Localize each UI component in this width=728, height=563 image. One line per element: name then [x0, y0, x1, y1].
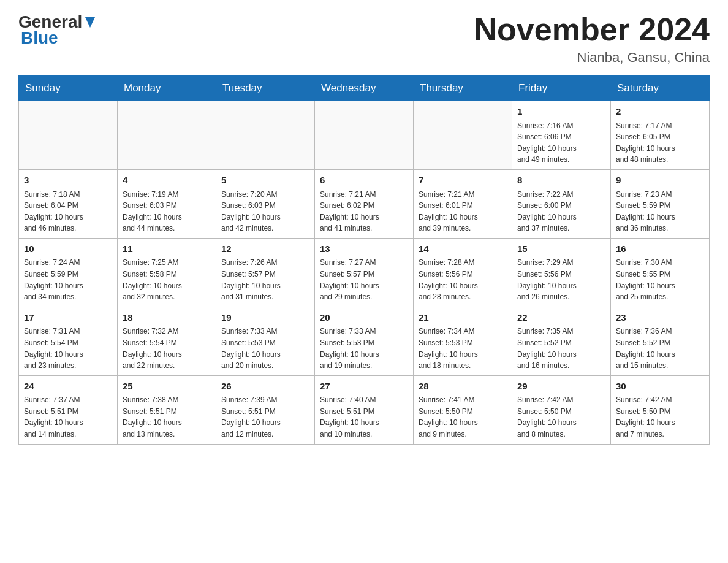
calendar-cell: 27Sunrise: 7:40 AMSunset: 5:51 PMDayligh…: [315, 375, 414, 444]
week-row-4: 24Sunrise: 7:37 AMSunset: 5:51 PMDayligh…: [19, 375, 710, 444]
day-info: Sunrise: 7:24 AMSunset: 5:59 PMDaylight:…: [24, 257, 112, 302]
weekday-header-sunday: Sunday: [19, 76, 118, 101]
day-number: 5: [221, 174, 309, 188]
day-number: 27: [320, 380, 408, 394]
day-info: Sunrise: 7:16 AMSunset: 6:06 PMDaylight:…: [517, 120, 605, 166]
day-number: 3: [24, 174, 112, 188]
calendar-cell: 5Sunrise: 7:20 AMSunset: 6:03 PMDaylight…: [216, 170, 315, 239]
calendar-cell: 4Sunrise: 7:19 AMSunset: 6:03 PMDaylight…: [118, 170, 216, 239]
day-info: Sunrise: 7:37 AMSunset: 5:51 PMDaylight:…: [24, 394, 112, 440]
day-number: 16: [616, 242, 704, 256]
day-number: 1: [517, 105, 605, 119]
calendar-cell: 12Sunrise: 7:26 AMSunset: 5:57 PMDayligh…: [216, 238, 315, 307]
day-info: Sunrise: 7:21 AMSunset: 6:01 PMDaylight:…: [419, 189, 507, 234]
day-info: Sunrise: 7:19 AMSunset: 6:03 PMDaylight:…: [123, 189, 211, 234]
day-number: 6: [320, 174, 408, 188]
day-info: Sunrise: 7:17 AMSunset: 6:05 PMDaylight:…: [616, 120, 704, 166]
day-number: 23: [616, 311, 704, 325]
calendar-cell: 18Sunrise: 7:32 AMSunset: 5:54 PMDayligh…: [118, 307, 216, 375]
day-number: 4: [123, 174, 211, 188]
day-info: Sunrise: 7:25 AMSunset: 5:58 PMDaylight:…: [123, 257, 211, 302]
day-number: 8: [517, 174, 605, 188]
calendar-cell: [315, 101, 414, 170]
day-info: Sunrise: 7:20 AMSunset: 6:03 PMDaylight:…: [221, 189, 309, 234]
day-info: Sunrise: 7:30 AMSunset: 5:55 PMDaylight:…: [616, 257, 704, 302]
calendar-cell: 10Sunrise: 7:24 AMSunset: 5:59 PMDayligh…: [19, 238, 118, 307]
calendar-cell: 14Sunrise: 7:28 AMSunset: 5:56 PMDayligh…: [414, 238, 512, 307]
calendar-cell: 6Sunrise: 7:21 AMSunset: 6:02 PMDaylight…: [315, 170, 414, 239]
day-info: Sunrise: 7:31 AMSunset: 5:54 PMDaylight:…: [24, 326, 112, 371]
calendar-cell: 28Sunrise: 7:41 AMSunset: 5:50 PMDayligh…: [414, 375, 512, 444]
calendar-cell: 20Sunrise: 7:33 AMSunset: 5:53 PMDayligh…: [315, 307, 414, 375]
day-info: Sunrise: 7:18 AMSunset: 6:04 PMDaylight:…: [24, 189, 112, 234]
month-title: November 2024: [474, 12, 710, 47]
day-number: 11: [123, 242, 211, 256]
day-info: Sunrise: 7:27 AMSunset: 5:57 PMDaylight:…: [320, 257, 408, 302]
weekday-header-saturday: Saturday: [611, 76, 710, 101]
week-row-2: 10Sunrise: 7:24 AMSunset: 5:59 PMDayligh…: [19, 238, 710, 307]
calendar-cell: [118, 101, 216, 170]
calendar-cell: 1Sunrise: 7:16 AMSunset: 6:06 PMDaylight…: [512, 101, 611, 170]
calendar-cell: 25Sunrise: 7:38 AMSunset: 5:51 PMDayligh…: [118, 375, 216, 444]
day-info: Sunrise: 7:22 AMSunset: 6:00 PMDaylight:…: [517, 189, 605, 234]
day-number: 2: [616, 105, 704, 119]
calendar-cell: 29Sunrise: 7:42 AMSunset: 5:50 PMDayligh…: [512, 375, 611, 444]
day-info: Sunrise: 7:33 AMSunset: 5:53 PMDaylight:…: [320, 326, 408, 371]
day-number: 12: [221, 242, 309, 256]
weekday-header-wednesday: Wednesday: [315, 76, 414, 101]
day-info: Sunrise: 7:38 AMSunset: 5:51 PMDaylight:…: [123, 394, 211, 440]
calendar-table: SundayMondayTuesdayWednesdayThursdayFrid…: [18, 75, 710, 444]
day-info: Sunrise: 7:42 AMSunset: 5:50 PMDaylight:…: [616, 394, 704, 440]
week-row-3: 17Sunrise: 7:31 AMSunset: 5:54 PMDayligh…: [19, 307, 710, 375]
day-info: Sunrise: 7:26 AMSunset: 5:57 PMDaylight:…: [221, 257, 309, 302]
title-block: November 2024 Nianba, Gansu, China: [474, 12, 710, 66]
day-number: 14: [419, 242, 507, 256]
calendar-cell: 22Sunrise: 7:35 AMSunset: 5:52 PMDayligh…: [512, 307, 611, 375]
day-number: 7: [419, 174, 507, 188]
calendar-cell: 7Sunrise: 7:21 AMSunset: 6:01 PMDaylight…: [414, 170, 512, 239]
week-row-0: 1Sunrise: 7:16 AMSunset: 6:06 PMDaylight…: [19, 101, 710, 170]
day-number: 24: [24, 380, 112, 394]
day-number: 13: [320, 242, 408, 256]
week-row-1: 3Sunrise: 7:18 AMSunset: 6:04 PMDaylight…: [19, 170, 710, 239]
day-number: 20: [320, 311, 408, 325]
day-number: 30: [616, 380, 704, 394]
weekday-header-thursday: Thursday: [414, 76, 512, 101]
weekday-header-tuesday: Tuesday: [216, 76, 315, 101]
calendar-cell: 21Sunrise: 7:34 AMSunset: 5:53 PMDayligh…: [414, 307, 512, 375]
day-number: 10: [24, 242, 112, 256]
calendar-cell: 26Sunrise: 7:39 AMSunset: 5:51 PMDayligh…: [216, 375, 315, 444]
calendar-cell: [19, 101, 118, 170]
day-info: Sunrise: 7:40 AMSunset: 5:51 PMDaylight:…: [320, 394, 408, 440]
day-info: Sunrise: 7:33 AMSunset: 5:53 PMDaylight:…: [221, 326, 309, 371]
day-number: 18: [123, 311, 211, 325]
calendar-cell: 30Sunrise: 7:42 AMSunset: 5:50 PMDayligh…: [611, 375, 710, 444]
weekday-header-row: SundayMondayTuesdayWednesdayThursdayFrid…: [19, 76, 710, 101]
calendar-cell: 9Sunrise: 7:23 AMSunset: 5:59 PMDaylight…: [611, 170, 710, 239]
calendar-cell: 3Sunrise: 7:18 AMSunset: 6:04 PMDaylight…: [19, 170, 118, 239]
day-number: 25: [123, 380, 211, 394]
day-info: Sunrise: 7:23 AMSunset: 5:59 PMDaylight:…: [616, 189, 704, 234]
day-number: 9: [616, 174, 704, 188]
day-number: 17: [24, 311, 112, 325]
day-number: 19: [221, 311, 309, 325]
day-number: 15: [517, 242, 605, 256]
day-info: Sunrise: 7:21 AMSunset: 6:02 PMDaylight:…: [320, 189, 408, 234]
day-info: Sunrise: 7:29 AMSunset: 5:56 PMDaylight:…: [517, 257, 605, 302]
calendar-cell: [414, 101, 512, 170]
logo-blue: Blue: [21, 28, 58, 48]
day-number: 28: [419, 380, 507, 394]
day-info: Sunrise: 7:28 AMSunset: 5:56 PMDaylight:…: [419, 257, 507, 302]
calendar-cell: 11Sunrise: 7:25 AMSunset: 5:58 PMDayligh…: [118, 238, 216, 307]
calendar-cell: 13Sunrise: 7:27 AMSunset: 5:57 PMDayligh…: [315, 238, 414, 307]
calendar-cell: 23Sunrise: 7:36 AMSunset: 5:52 PMDayligh…: [611, 307, 710, 375]
day-info: Sunrise: 7:36 AMSunset: 5:52 PMDaylight:…: [616, 326, 704, 371]
svg-marker-0: [85, 17, 95, 28]
calendar-cell: 17Sunrise: 7:31 AMSunset: 5:54 PMDayligh…: [19, 307, 118, 375]
day-info: Sunrise: 7:32 AMSunset: 5:54 PMDaylight:…: [123, 326, 211, 371]
day-number: 29: [517, 380, 605, 394]
calendar-cell: 16Sunrise: 7:30 AMSunset: 5:55 PMDayligh…: [611, 238, 710, 307]
calendar-cell: 24Sunrise: 7:37 AMSunset: 5:51 PMDayligh…: [19, 375, 118, 444]
day-info: Sunrise: 7:42 AMSunset: 5:50 PMDaylight:…: [517, 394, 605, 440]
day-number: 26: [221, 380, 309, 394]
